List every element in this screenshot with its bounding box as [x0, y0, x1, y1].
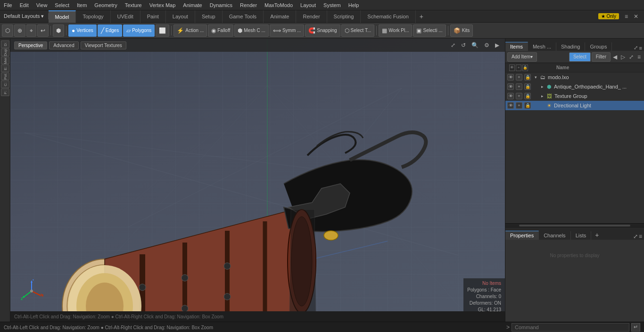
tree-lock-hand[interactable]: +	[516, 83, 522, 90]
select-button[interactable]: Select	[569, 52, 591, 62]
layouts-settings-icon[interactable]: ≡	[623, 12, 630, 21]
scene-panel-icon-expand[interactable]: ⤢	[634, 45, 638, 51]
sidebar-btn-1[interactable]: Dup:	[1, 49, 9, 56]
scene-tab-mesh-...[interactable]: Mesh ...	[528, 42, 556, 51]
toolbar-btn-kits[interactable]: 📦Kits	[450, 24, 473, 37]
tree-lock-root[interactable]: +	[516, 74, 522, 81]
sidebar-btn-0[interactable]: D:	[1, 40, 9, 48]
tree-vis-root[interactable]: 🔒	[524, 74, 531, 81]
toolbar-btn-action[interactable]: ⚡Action ...	[173, 24, 207, 37]
scene-tab-shading[interactable]: Shading	[556, 42, 585, 51]
scene-tab-items[interactable]: Items	[505, 42, 528, 51]
prop-tab-properties[interactable]: Properties	[505, 231, 539, 240]
layout-tab-layout[interactable]: Layout	[166, 10, 195, 23]
layout-tab-render[interactable]: Render	[296, 10, 327, 23]
layout-tab-animate[interactable]: Animate	[264, 10, 296, 23]
toolbar-btn-selection[interactable]: ▣Selecti ...	[413, 24, 446, 37]
scene-panel-scrollbar[interactable]	[505, 223, 644, 227]
filter-button[interactable]: Filter	[592, 52, 611, 62]
toolbar-btn-symmetry2[interactable]: ⟺Symm ...	[270, 24, 304, 37]
viewport-textures-button[interactable]: Viewport Textures	[81, 41, 126, 49]
layout-tab-setup[interactable]: Setup	[195, 10, 223, 23]
menu-item-maxtomodo[interactable]: MaxToModo	[261, 1, 297, 9]
menu-item-dynamics[interactable]: Dynamics	[206, 1, 236, 9]
tree-vis-hand[interactable]: 🔒	[524, 83, 531, 90]
layout-tab-topology[interactable]: Topology	[76, 10, 110, 23]
tree-item-dirlight[interactable]: 👁 + 🔒 ☀ Directional Light	[505, 101, 644, 110]
toolbar-btn-action-center[interactable]: ⌖	[26, 24, 36, 37]
menu-item-layout[interactable]: Layout	[297, 1, 320, 9]
tree-eye-root[interactable]: 👁	[507, 74, 514, 81]
scene-panel-icon-settings[interactable]: ≡	[639, 45, 642, 51]
menu-item-vertex map[interactable]: Vertex Map	[146, 1, 180, 9]
advanced-button[interactable]: Advanced	[49, 41, 78, 49]
menu-item-help[interactable]: Help	[345, 1, 363, 9]
tree-vis-texgroup[interactable]: 🔒	[524, 93, 531, 99]
toolbar-btn-vol[interactable]: ⬜	[156, 24, 169, 37]
toolbar-btn-symmetry[interactable]: ⬢	[53, 24, 64, 37]
layout-tab-scripting[interactable]: Scripting	[327, 10, 361, 23]
tree-item-hand[interactable]: 👁 + 🔒 ▸ ⬢ Antique_Orthopaedic_Hand_ ...	[505, 82, 644, 91]
menu-item-animate[interactable]: Animate	[179, 1, 206, 9]
toolbar-btn-select-type[interactable]: ⬡Select T...	[341, 24, 375, 37]
toolbar-btn-polygons[interactable]: ▱Polygons	[123, 24, 155, 37]
viewport-search-icon[interactable]: 🔍	[470, 41, 480, 49]
add-layout-button[interactable]: +	[416, 12, 427, 21]
sidebar-btn-4[interactable]: Pol:	[1, 73, 9, 80]
tree-lock-texgroup[interactable]: +	[516, 93, 522, 99]
toolbar-btn-vertices[interactable]: ●Vertices	[68, 24, 97, 37]
prop-expand-icon[interactable]: ⤢	[633, 233, 638, 240]
tree-eye-hand[interactable]: 👁	[507, 83, 514, 90]
panel-left-icon[interactable]: ◀	[611, 53, 619, 61]
default-layouts-dropdown[interactable]: Default Layouts ▾	[0, 13, 49, 19]
panel-expand-icon[interactable]: ⤢	[627, 53, 635, 61]
perspective-button[interactable]: Perspective	[14, 41, 47, 49]
tree-vis-dirlight[interactable]: 🔒	[524, 102, 531, 109]
menu-item-texture[interactable]: Texture	[121, 1, 146, 9]
menu-item-file[interactable]: File	[0, 1, 16, 9]
add-prop-tab-button[interactable]: +	[591, 230, 603, 240]
panel-settings-icon[interactable]: ≡	[636, 53, 642, 61]
menu-item-view[interactable]: View	[33, 1, 51, 9]
toolbar-btn-edges[interactable]: ╱Edges	[98, 24, 122, 37]
prop-tab-lists[interactable]: Lists	[571, 231, 592, 240]
layout-tab-model[interactable]: Model	[49, 10, 76, 23]
toolbar-btn-select-mode[interactable]: ⬡	[2, 24, 13, 37]
command-input[interactable]	[512, 323, 629, 332]
prop-tab-channels[interactable]: Channels	[539, 231, 570, 240]
tree-arrow-texgroup[interactable]: ▸	[541, 94, 546, 98]
tree-lock-dirlight[interactable]: +	[516, 102, 522, 109]
toolbar-btn-snapping[interactable]: 🧲Snapping	[305, 24, 340, 37]
tree-arrow-root[interactable]: ▾	[535, 75, 539, 80]
tree-item-texgroup[interactable]: 👁 + 🔒 ▸ 🖼 Texture Group	[505, 91, 644, 101]
layout-tab-uvedit[interactable]: UVEdit	[111, 10, 140, 23]
menu-item-system[interactable]: System	[320, 1, 345, 9]
viewport-reset-icon[interactable]: ↺	[459, 41, 468, 49]
menu-item-select[interactable]: Select	[51, 1, 73, 9]
viewport-play-icon[interactable]: ▶	[493, 41, 501, 49]
panel-right-icon[interactable]: ▷	[619, 53, 627, 61]
add-item-button[interactable]: Add Item ▾	[507, 52, 537, 62]
viewport[interactable]: Perspective Advanced Viewport Textures ⤢…	[10, 39, 505, 322]
toolbar-btn-falloff2[interactable]: ◉Falloff	[208, 24, 233, 37]
scene-tab-groups[interactable]: Groups	[585, 42, 612, 51]
sidebar-btn-5[interactable]: C:	[1, 81, 9, 88]
tree-item-root[interactable]: 👁 + 🔒 ▾ 🗂 modo.lxo	[505, 73, 644, 82]
viewport-settings-icon[interactable]: ⚙	[482, 41, 491, 49]
sidebar-btn-2[interactable]: Mer:	[1, 57, 9, 64]
layouts-close-icon[interactable]: ✕	[632, 12, 640, 21]
tree-arrow-hand[interactable]: ▸	[541, 84, 546, 89]
prop-settings-icon[interactable]: ≡	[639, 233, 642, 240]
viewport-maximize-icon[interactable]: ⤢	[449, 41, 457, 49]
sidebar-btn-3[interactable]: E:	[1, 65, 9, 72]
menu-item-render[interactable]: Render	[236, 1, 261, 9]
layout-tab-paint[interactable]: Paint	[140, 10, 166, 23]
toolbar-btn-view-mode[interactable]: ⊕	[14, 24, 25, 37]
sidebar-btn-6[interactable]: F:	[1, 89, 9, 96]
command-enter-button[interactable]: ↵	[631, 323, 640, 332]
layout-tab-schematic-fusion[interactable]: Schematic Fusion	[361, 10, 415, 23]
menu-item-item[interactable]: Item	[73, 1, 91, 9]
toolbar-btn-mesh-component[interactable]: ⬢Mesh C ...	[234, 24, 269, 37]
toolbar-btn-falloff[interactable]: ↩	[37, 24, 49, 37]
menu-item-edit[interactable]: Edit	[16, 1, 33, 9]
